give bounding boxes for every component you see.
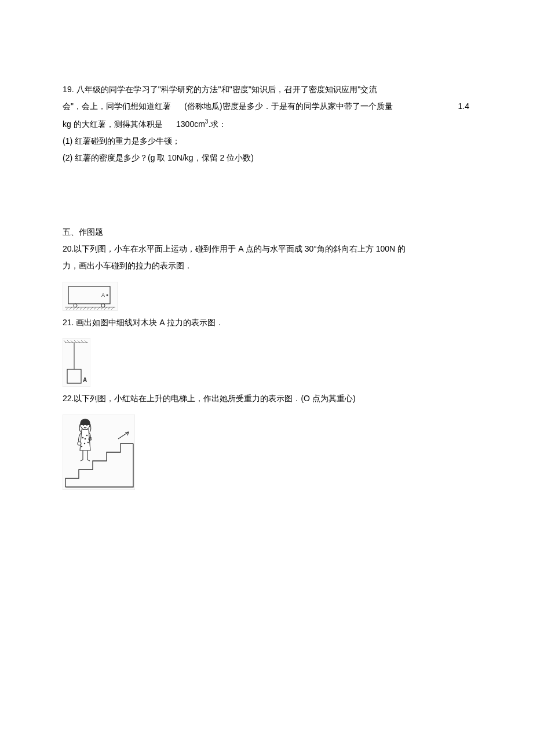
q19-text-3c: .求： [208, 119, 227, 128]
svg-point-36 [82, 437, 83, 438]
question-22: 22.以下列图，小红站在上升的电梯上，作出她所受重力的表示图．(O 点为其重心) [63, 390, 469, 489]
q19-text-3b: 1300cm [176, 119, 205, 128]
svg-point-44 [85, 438, 86, 439]
q20-line1: 20.以下列图，小车在水平面上运动，碰到作用于 A 点的与水平面成 30°角的斜… [63, 241, 469, 257]
svg-point-38 [84, 443, 85, 444]
q21-line1: 21. 画出如图中细线对木块 A 拉力的表示图． [63, 314, 469, 331]
q19-text-2a: 会"，会上，同学们想知道红薯 [63, 101, 171, 111]
q21-label-A: A [83, 377, 87, 383]
svg-point-40 [81, 446, 82, 446]
q20-line2: 力，画出小车碰到的拉力的表示图． [63, 257, 469, 274]
svg-point-41 [78, 442, 81, 445]
svg-point-34 [83, 424, 84, 426]
svg-point-35 [86, 424, 87, 426]
svg-point-19 [107, 294, 108, 296]
question-21: 21. 画出如图中细线对木块 A 拉力的表示图． [63, 314, 469, 387]
q22-label-O: O [88, 436, 92, 442]
q19-part1: (1) 红薯碰到的重力是多少牛顿； [63, 133, 469, 150]
q19-text-3a: kg 的大红薯，测得其体积是 [63, 119, 163, 128]
section-5-heading: 五、作图题 [63, 224, 469, 241]
q19-line2: 会"，会上，同学们想知道红薯 (俗称地瓜)密度是多少．于是有的同学从家中带了一个… [63, 98, 469, 115]
question-19: 19. 八年级的同学在学习了"科学研究的方法"和"密度"知识后，召开了密度知识应… [63, 81, 469, 167]
question-20: 20.以下列图，小车在水平面上运动，碰到作用于 A 点的与水平面成 30°角的斜… [63, 241, 469, 311]
svg-point-39 [87, 442, 88, 442]
q22-figure: O [63, 415, 469, 490]
q19-line3: kg 的大红薯，测得其体积是 1300cm3.求： [63, 115, 469, 133]
q20-figure: A [63, 282, 469, 311]
q19-text-2c: 1.4 [458, 98, 469, 115]
q21-figure: A [63, 338, 469, 387]
q19-text-1a: 八年级的同学在学习了"科学研究的方法"和"密度"知识后，召开了密度知识应用"交流 [76, 85, 377, 94]
q22-line1: 22.以下列图，小红站在上升的电梯上，作出她所受重力的表示图．(O 点为其重心) [63, 390, 469, 407]
svg-point-37 [86, 435, 87, 435]
q19-text-2b: (俗称地瓜)密度是多少．于是有的同学从家中带了一个质量 [184, 101, 392, 111]
q20-label-A: A [101, 292, 105, 298]
q19-line1: 19. 八年级的同学在学习了"科学研究的方法"和"密度"知识后，召开了密度知识应… [63, 81, 469, 98]
q19-part2: (2) 红薯的密度是多少？(g 取 10N/kg，保留 2 位小数) [63, 150, 469, 166]
q19-num: 19. [63, 85, 74, 94]
